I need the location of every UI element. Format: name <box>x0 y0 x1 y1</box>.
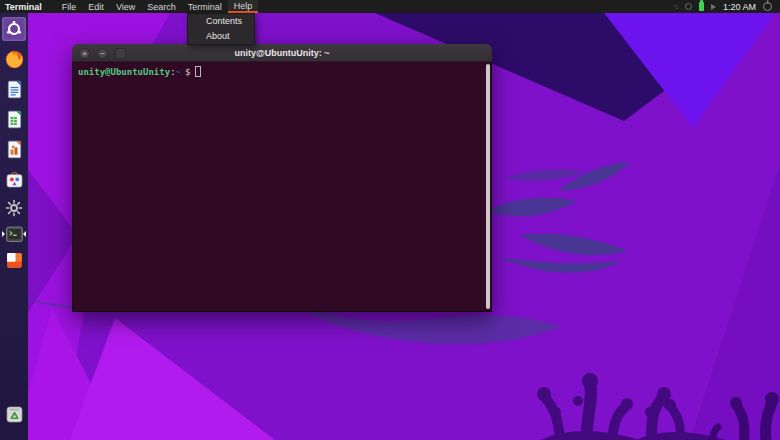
prompt-symbol: $ <box>185 67 190 77</box>
menu-file[interactable]: File <box>56 0 83 13</box>
terminal-scrollbar[interactable] <box>486 64 490 309</box>
libreoffice-calc-icon[interactable] <box>2 107 26 131</box>
clock[interactable]: 1:20 AM <box>723 2 756 12</box>
battery-icon[interactable] <box>699 0 704 13</box>
terminal-icon[interactable] <box>2 222 26 246</box>
window-title: unity@UbuntuUnity: ~ <box>72 44 492 62</box>
focused-indicator-arrow <box>23 231 26 237</box>
libreoffice-writer-icon[interactable] <box>2 77 26 101</box>
unity-launcher <box>0 13 28 440</box>
menu-view[interactable]: View <box>110 0 141 13</box>
menu-help[interactable]: Help <box>228 0 259 13</box>
help-menu-about[interactable]: About <box>188 29 254 44</box>
top-panel: Terminal File Edit View Search Terminal … <box>0 0 780 13</box>
software-updater-icon[interactable] <box>2 248 26 272</box>
indicator-area: ↑↓ 1:20 AM <box>673 0 780 13</box>
power-icon[interactable] <box>763 0 772 13</box>
software-center-icon[interactable] <box>2 167 26 191</box>
firefox-icon[interactable] <box>2 47 26 71</box>
window-titlebar[interactable]: × − unity@UbuntuUnity: ~ <box>72 44 492 62</box>
help-menu-contents[interactable]: Contents <box>188 14 254 29</box>
prompt-path: ~ <box>176 67 181 77</box>
menu-search[interactable]: Search <box>141 0 182 13</box>
global-menubar: File Edit View Search Terminal Help <box>56 0 258 13</box>
trash-icon[interactable] <box>2 402 26 426</box>
minimize-button[interactable]: − <box>97 48 108 59</box>
active-app-name: Terminal <box>0 0 48 13</box>
menu-edit[interactable]: Edit <box>82 0 110 13</box>
ubuntu-logo-icon[interactable] <box>2 17 26 41</box>
maximize-button[interactable] <box>115 48 126 59</box>
terminal-content-area[interactable]: unity@UbuntuUnity:~$ <box>72 62 492 312</box>
volume-icon[interactable] <box>711 0 716 13</box>
settings-gear-icon[interactable] <box>2 196 26 220</box>
close-button[interactable]: × <box>79 48 90 59</box>
terminal-window: × − unity@UbuntuUnity: ~ unity@UbuntuUni… <box>72 44 492 312</box>
menu-terminal[interactable]: Terminal <box>182 0 228 13</box>
libreoffice-impress-icon[interactable] <box>2 137 26 161</box>
window-controls: × − <box>79 48 126 59</box>
keyboard-indicator-icon[interactable] <box>685 0 692 13</box>
network-icon[interactable]: ↑↓ <box>673 0 678 13</box>
shell-prompt: unity@UbuntuUnity:~$ <box>78 66 481 77</box>
prompt-user-host: unity@UbuntuUnity <box>78 67 170 77</box>
help-dropdown-menu: Contents About <box>187 13 255 45</box>
terminal-cursor <box>195 66 201 77</box>
running-indicator-arrow <box>2 231 5 237</box>
